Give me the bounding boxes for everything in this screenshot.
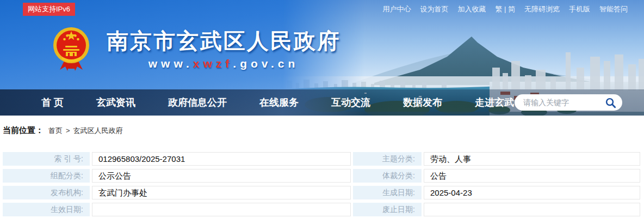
group-category-label: 组配分类:: [3, 169, 90, 183]
repeal-date-label: 废止日期:: [353, 203, 422, 216]
top-link-user-center[interactable]: 用户中心: [382, 4, 411, 14]
search-input[interactable]: [523, 98, 604, 107]
top-link-add-favorite[interactable]: 加入收藏: [457, 4, 486, 14]
publishing-agency-value: 玄武门办事处: [92, 186, 351, 199]
nav-item-gov-info-disclosure[interactable]: 政府信息公开: [168, 96, 227, 109]
effective-date-value: [92, 203, 351, 216]
main-nav: 首 页 玄武资讯 政府信息公开 在线服务 互动交流 数据发布 走进玄武: [0, 89, 644, 116]
top-link-traditional-simplified[interactable]: 繁 | 简: [495, 4, 515, 14]
group-category-value: 公示公告: [92, 169, 351, 183]
breadcrumb-label: 当前位置：: [3, 125, 44, 136]
breadcrumb: 当前位置： 首页 > 玄武区人民政府: [3, 125, 644, 136]
genre-category-value: 公告: [424, 169, 640, 183]
nav-item-online-services[interactable]: 在线服务: [259, 96, 299, 109]
breadcrumb-home-link[interactable]: 首页: [48, 126, 63, 136]
nav-item-xuanwu-news[interactable]: 玄武资讯: [96, 96, 135, 109]
top-link-set-homepage[interactable]: 设为首页: [420, 4, 448, 14]
table-row: 发布机构: 玄武门办事处 生成日期: 2025-04-23: [3, 186, 640, 199]
generation-date-label: 生成日期:: [353, 186, 422, 199]
ipv6-badge: 网站支持IPv6: [23, 3, 75, 16]
national-emblem-icon: [52, 23, 90, 74]
site-title: 南京市玄武区人民政府: [107, 30, 340, 52]
publishing-agency-label: 发布机构:: [3, 186, 90, 199]
site-url-suffix: .gov.cn: [233, 57, 299, 70]
search-icon[interactable]: [604, 96, 617, 109]
brand-text: 南京市玄武区人民政府 www.xwzf.gov.cn: [107, 23, 340, 74]
genre-category-label: 体裁分类:: [353, 169, 422, 183]
nav-item-data-release[interactable]: 数据发布: [403, 96, 442, 109]
site-brand: 南京市玄武区人民政府 www.xwzf.gov.cn: [52, 23, 340, 74]
subject-category-value: 劳动、人事: [424, 152, 640, 166]
table-row: 组配分类: 公示公告 体裁分类: 公告: [3, 169, 640, 183]
top-links: 用户中心 设为首页 加入收藏 繁 | 简 无障碍浏览 手机版 智能答问: [382, 4, 628, 14]
top-link-mobile-version[interactable]: 手机版: [569, 4, 590, 14]
table-row: 索 引 号: 012965803/2025-27031 主题分类: 劳动、人事: [3, 152, 640, 166]
index-number-value: 012965803/2025-27031: [92, 152, 351, 166]
generation-date-value: 2025-04-23: [424, 186, 640, 199]
document-metadata-table: 索 引 号: 012965803/2025-27031 主题分类: 劳动、人事 …: [3, 152, 640, 216]
subject-category-label: 主题分类:: [353, 152, 422, 166]
main-nav-items: 首 页 玄武资讯 政府信息公开 在线服务 互动交流 数据发布 走进玄武: [0, 96, 514, 109]
site-url-highlight: xwzf: [193, 57, 233, 70]
site-url-prefix: www.: [148, 57, 193, 70]
nav-item-home[interactable]: 首 页: [41, 96, 64, 109]
index-number-label: 索 引 号:: [3, 152, 90, 166]
page: 网站支持IPv6 用户中心 设为首页 加入收藏 繁 | 简 无障碍浏览 手机版 …: [0, 0, 644, 218]
search-box: [515, 94, 622, 111]
table-row: 生效日期: 废止日期:: [3, 203, 640, 216]
top-link-accessibility[interactable]: 无障碍浏览: [524, 4, 560, 14]
nav-item-interaction[interactable]: 互动交流: [331, 96, 370, 109]
effective-date-label: 生效日期:: [3, 203, 90, 216]
site-header: 网站支持IPv6 用户中心 设为首页 加入收藏 繁 | 简 无障碍浏览 手机版 …: [0, 0, 644, 116]
breadcrumb-separator: >: [66, 126, 70, 135]
repeal-date-value: [424, 203, 640, 216]
top-utility-bar: 网站支持IPv6 用户中心 设为首页 加入收藏 繁 | 简 无障碍浏览 手机版 …: [0, 0, 644, 19]
nav-item-about-xuanwu[interactable]: 走进玄武: [475, 96, 514, 109]
top-link-smart-qa[interactable]: 智能答问: [599, 4, 628, 14]
breadcrumb-current: 玄武区人民政府: [73, 126, 123, 136]
site-url: www.xwzf.gov.cn: [107, 57, 340, 70]
